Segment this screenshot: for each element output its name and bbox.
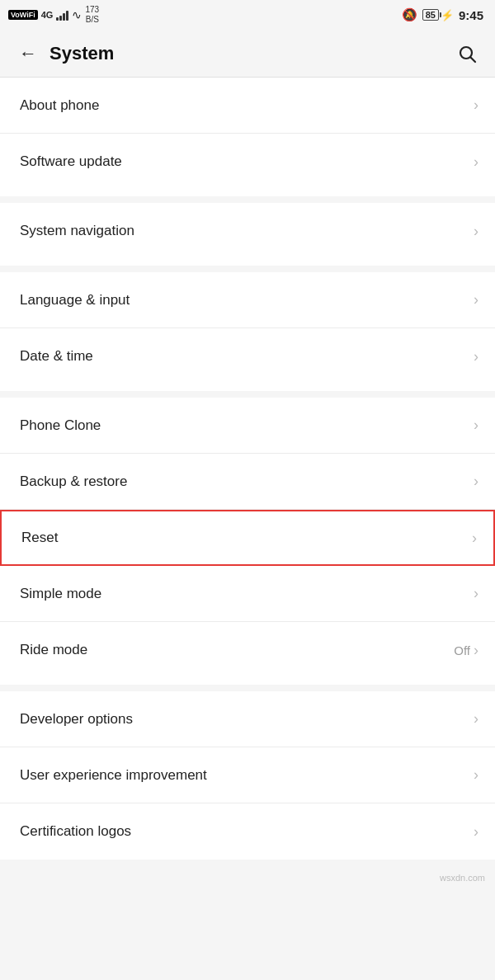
item-label-date-time: Date & time (20, 348, 93, 365)
settings-item-language-input[interactable]: Language & input › (0, 272, 495, 328)
chevron-icon: › (474, 710, 478, 728)
signal-bars (56, 9, 68, 21)
chevron-icon: › (474, 223, 478, 240)
item-label-ride-mode: Ride mode (20, 642, 87, 658)
network-type: 4G (41, 10, 54, 20)
settings-item-reset[interactable]: Reset › (0, 510, 495, 566)
settings-item-about-phone[interactable]: About phone › (0, 78, 495, 134)
group-separator-4 (0, 685, 495, 691)
group-separator-3 (0, 391, 495, 398)
settings-list: About phone › Software update › System n… (0, 78, 495, 860)
settings-item-backup-restore[interactable]: Backup & restore › (0, 454, 495, 510)
chevron-icon: › (474, 417, 478, 434)
item-label-user-experience: User experience improvement (20, 767, 207, 784)
chevron-icon: › (474, 473, 478, 490)
settings-item-software-update[interactable]: Software update › (0, 134, 495, 190)
item-right-date-time: › (474, 348, 478, 365)
settings-group-2: System navigation › (0, 203, 495, 259)
settings-item-phone-clone[interactable]: Phone Clone › (0, 398, 495, 454)
item-right-about-phone: › (474, 97, 478, 114)
settings-group-3: Language & input › Date & time › (0, 272, 495, 384)
item-label-phone-clone: Phone Clone (20, 417, 101, 434)
item-label-reset: Reset (21, 530, 58, 546)
item-right-developer-options: › (474, 710, 478, 728)
item-label-simple-mode: Simple mode (20, 586, 101, 602)
status-right: 🔕 85 ⚡ 9:45 (402, 7, 483, 22)
chevron-icon: › (474, 642, 478, 659)
settings-item-certification-logos[interactable]: Certification logos › (0, 803, 495, 860)
search-icon (457, 44, 477, 64)
settings-item-simple-mode[interactable]: Simple mode › (0, 566, 495, 622)
item-right-simple-mode: › (474, 585, 478, 602)
settings-group-5: Developer options › User experience impr… (0, 691, 495, 860)
item-label-certification-logos: Certification logos (20, 823, 131, 840)
signal-bar-1 (56, 17, 59, 21)
group-separator-1 (0, 196, 495, 203)
chevron-icon: › (474, 823, 478, 841)
chevron-icon: › (474, 291, 478, 309)
status-bar: VoWiFi 4G ∿ 173B/S 🔕 85 ⚡ 9:45 (0, 0, 495, 30)
signal-bar-3 (63, 13, 65, 21)
chevron-icon: › (472, 530, 477, 547)
svg-line-1 (471, 57, 476, 62)
ride-mode-value: Off (454, 643, 470, 657)
item-label-developer-options: Developer options (20, 711, 133, 728)
search-button[interactable] (452, 39, 482, 68)
page-title: System (50, 43, 452, 64)
settings-item-developer-options[interactable]: Developer options › (0, 691, 495, 747)
settings-item-user-experience[interactable]: User experience improvement › (0, 747, 495, 803)
chevron-icon: › (474, 348, 478, 365)
toolbar: ← System (0, 30, 495, 78)
item-right-reset: › (472, 530, 477, 547)
chevron-icon: › (474, 766, 478, 784)
group-separator-2 (0, 266, 495, 272)
item-label-software-update: Software update (20, 153, 122, 170)
item-label-backup-restore: Backup & restore (20, 474, 127, 490)
back-arrow-icon: ← (19, 45, 37, 63)
item-right-ride-mode: Off › (454, 642, 478, 659)
signal-bar-2 (59, 16, 62, 21)
item-label-system-navigation: System navigation (20, 223, 134, 239)
item-right-software-update: › (474, 153, 478, 171)
status-left: VoWiFi 4G ∿ 173B/S (8, 5, 99, 25)
battery-level: 85 (422, 10, 439, 20)
signal-bar-4 (66, 11, 68, 21)
item-label-about-phone: About phone (20, 97, 99, 114)
item-label-language-input: Language & input (20, 292, 130, 309)
charging-icon: ⚡ (441, 9, 454, 21)
battery-container: 85 ⚡ (422, 9, 454, 21)
item-right-user-experience: › (474, 766, 478, 784)
settings-item-system-navigation[interactable]: System navigation › (0, 203, 495, 259)
bell-muted-icon: 🔕 (402, 7, 417, 22)
data-speed: 173B/S (85, 5, 99, 25)
chevron-icon: › (474, 585, 478, 602)
item-right-phone-clone: › (474, 417, 478, 434)
wifi-icon: ∿ (72, 8, 82, 21)
back-button[interactable]: ← (13, 39, 43, 68)
item-right-backup-restore: › (474, 473, 478, 490)
item-right-language-input: › (474, 291, 478, 309)
settings-item-date-time[interactable]: Date & time › (0, 328, 495, 384)
watermark: wsxdn.com (0, 866, 495, 886)
item-right-certification-logos: › (474, 823, 478, 841)
settings-group-1: About phone › Software update › (0, 78, 495, 190)
chevron-icon: › (474, 97, 478, 114)
time-display: 9:45 (459, 8, 483, 22)
settings-group-4: Phone Clone › Backup & restore › Reset ›… (0, 398, 495, 678)
settings-item-ride-mode[interactable]: Ride mode Off › (0, 622, 495, 678)
vowifi-indicator: VoWiFi (8, 10, 38, 20)
chevron-icon: › (474, 153, 478, 171)
item-right-system-navigation: › (474, 223, 478, 240)
